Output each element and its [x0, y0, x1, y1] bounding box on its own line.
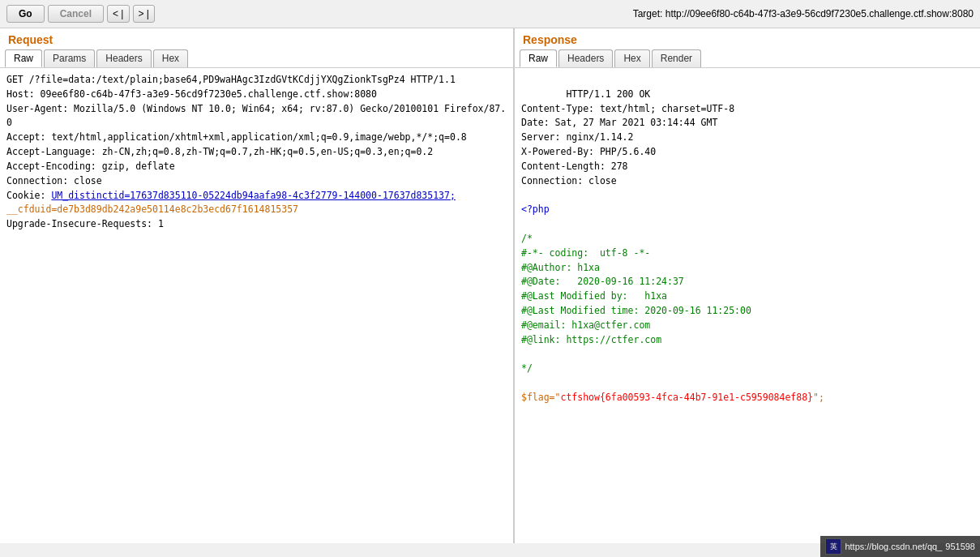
tab-request-raw[interactable]: Raw	[5, 49, 42, 67]
tab-response-render[interactable]: Render	[652, 49, 701, 67]
flag-value: ctfshow{6fa00593-4fca-44b7-91e1-c5959084…	[560, 392, 813, 403]
response-content[interactable]: HTTP/1.1 200 OK Content-Type: text/html;…	[515, 68, 980, 543]
go-button[interactable]: Go	[6, 5, 45, 23]
watermark-id: 951598	[945, 542, 975, 551]
request-panel: Request Raw Params Headers Hex GET /?fil…	[0, 28, 515, 543]
response-text: HTTP/1.1 200 OK Content-Type: text/html;…	[521, 73, 974, 420]
tab-request-headers[interactable]: Headers	[96, 49, 151, 67]
php-open-tag: <?php	[521, 204, 550, 215]
nav-back-button[interactable]: < |	[107, 5, 129, 23]
target-label: Target: http://09ee6f80-c64b-47f3-a3e9-5…	[633, 8, 974, 19]
toolbar: Go Cancel < | > | Target: http://09ee6f8…	[0, 0, 980, 28]
watermark-url: https://blog.csdn.net/qq_	[845, 542, 942, 551]
watermark: 英 https://blog.csdn.net/qq_951598	[820, 536, 980, 557]
flag-prefix: $flag="	[521, 392, 560, 403]
response-title: Response	[515, 28, 980, 49]
comment-block: /* #-*- coding: utf-8 -*- #@Author: h1xa…	[521, 233, 751, 374]
tab-request-params[interactable]: Params	[44, 49, 95, 67]
nav-forward-button[interactable]: > |	[133, 5, 155, 23]
tab-request-hex[interactable]: Hex	[153, 49, 188, 67]
main-container: Request Raw Params Headers Hex GET /?fil…	[0, 28, 980, 543]
cookie-link2: __cfduid=de7b3d89db242a9e50114e8c2b3ecd6…	[6, 204, 298, 215]
watermark-icon: 英	[825, 538, 841, 555]
response-tabs: Raw Headers Hex Render	[515, 49, 980, 68]
cancel-button[interactable]: Cancel	[48, 5, 104, 23]
request-title: Request	[0, 28, 513, 49]
request-tabs: Raw Params Headers Hex	[0, 49, 513, 68]
request-line1: GET /?file=data:/text/plain;base64,PD9wa…	[6, 74, 506, 201]
request-end: Upgrade-Insecure-Requests: 1	[6, 218, 164, 229]
tab-response-headers[interactable]: Headers	[558, 49, 613, 67]
cookie-link1: UM_distinctid=17637d835110-05224db94aafa…	[51, 190, 456, 201]
response-panel: Response Raw Headers Hex Render HTTP/1.1…	[515, 28, 980, 543]
request-content[interactable]: GET /?file=data:/text/plain;base64,PD9wa…	[0, 68, 513, 543]
request-text: GET /?file=data:/text/plain;base64,PD9wa…	[6, 73, 507, 232]
http-status: HTTP/1.1 200 OK Content-Type: text/html;…	[521, 88, 734, 186]
tab-response-raw[interactable]: Raw	[520, 49, 557, 67]
flag-suffix: ";	[813, 392, 824, 403]
tab-response-hex[interactable]: Hex	[614, 49, 649, 67]
